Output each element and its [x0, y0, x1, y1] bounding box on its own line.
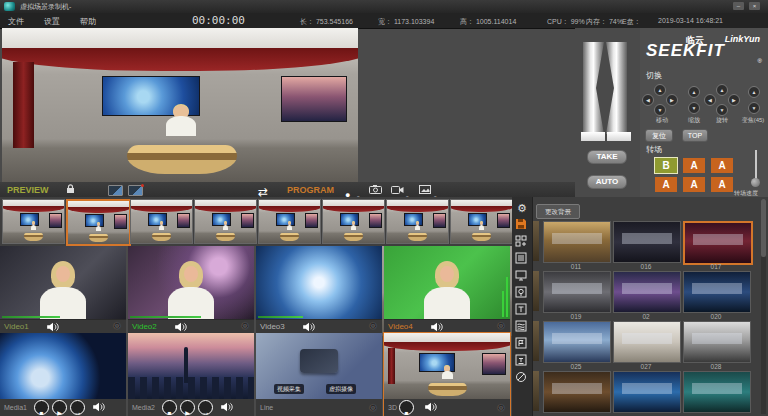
menu-help[interactable]: 帮助: [80, 16, 96, 27]
snapshot-camera-icon[interactable]: [369, 185, 382, 194]
preview-monitor[interactable]: [2, 28, 358, 182]
media2-thumbnail[interactable]: [128, 333, 254, 399]
video3-panel[interactable]: Video3: [256, 246, 382, 333]
virtual-camera-badge[interactable]: 虚拟摄像: [326, 384, 356, 394]
gear-icon[interactable]: [369, 321, 377, 331]
rotate-down-button[interactable]: ▼: [716, 104, 728, 116]
media1-stop-button[interactable]: [34, 400, 49, 415]
media1-panel[interactable]: Media1: [0, 333, 126, 416]
speaker-icon[interactable]: [302, 322, 316, 332]
transition-tile-b[interactable]: B: [655, 158, 677, 173]
gear-icon[interactable]: [497, 403, 505, 413]
angle-thumb-6[interactable]: [322, 199, 385, 244]
scene3d-panel[interactable]: 3D: [384, 333, 510, 416]
settings-gear-icon[interactable]: ⚙: [515, 201, 529, 215]
save-icon[interactable]: [515, 218, 529, 232]
scene-thumb-011[interactable]: [543, 221, 611, 263]
tbar-fader-right[interactable]: [606, 42, 627, 134]
scene-thumb-016[interactable]: [613, 221, 681, 263]
change-background-button[interactable]: 更改背景: [536, 204, 580, 219]
transition-tile-a3[interactable]: A: [655, 177, 677, 192]
transition-tile-a4[interactable]: A: [683, 177, 705, 192]
auto-button[interactable]: AUTO: [587, 175, 627, 189]
transition-tile-a1[interactable]: A: [683, 158, 705, 173]
media2-next-button[interactable]: [198, 400, 213, 415]
move-up-button[interactable]: ▲: [654, 84, 666, 96]
add-grid-icon[interactable]: [515, 235, 529, 249]
camcorder-icon[interactable]: [391, 186, 404, 194]
list-icon[interactable]: [515, 252, 529, 266]
scene-thumb-027[interactable]: [613, 321, 681, 363]
menu-file[interactable]: 文件: [8, 16, 24, 27]
scene-thumb-020[interactable]: [683, 271, 751, 313]
gear-icon[interactable]: [241, 321, 249, 331]
speaker-icon[interactable]: [92, 402, 106, 412]
video1-panel[interactable]: Video1: [0, 246, 126, 333]
brush-icon[interactable]: [515, 371, 529, 385]
move-left-button[interactable]: ◀: [642, 94, 654, 106]
transition-tile-a2[interactable]: A: [711, 158, 733, 173]
move-right-button[interactable]: ▶: [666, 94, 678, 106]
scene-scrollbar-thumb[interactable]: [761, 199, 766, 257]
scene-thumb-r4a[interactable]: [543, 371, 611, 413]
scene-thumb-019[interactable]: [543, 271, 611, 313]
speaker-icon[interactable]: [424, 402, 438, 412]
top-button[interactable]: TOP: [682, 129, 708, 142]
take-button[interactable]: TAKE: [587, 150, 627, 164]
video2-panel[interactable]: Video2: [128, 246, 254, 333]
speaker-icon[interactable]: [430, 322, 444, 332]
rotate-right-button[interactable]: ▶: [728, 94, 740, 106]
image-output-icon[interactable]: [419, 185, 431, 194]
angle-thumb-7[interactable]: [386, 199, 449, 244]
media1-next-button[interactable]: [70, 400, 85, 415]
video4-thumbnail[interactable]: [384, 246, 510, 319]
angle-thumb-1[interactable]: [2, 199, 65, 244]
subtitle-text-icon[interactable]: [515, 354, 529, 368]
line-thumbnail[interactable]: 视频采集 虚拟摄像: [256, 333, 382, 399]
angle-thumb-2-selected[interactable]: [66, 199, 131, 246]
scene-a-icon[interactable]: [108, 185, 123, 196]
light-icon[interactable]: [515, 286, 529, 300]
angle-thumb-3[interactable]: [130, 199, 193, 244]
speaker-icon[interactable]: [174, 322, 188, 332]
tbar-handle-right[interactable]: [607, 132, 631, 141]
move-down-button[interactable]: ▼: [654, 104, 666, 116]
gear-icon[interactable]: [497, 321, 505, 331]
angle-thumb-5[interactable]: [258, 199, 321, 244]
scene-thumb-028[interactable]: [683, 321, 751, 363]
gear-icon[interactable]: [113, 321, 121, 331]
rotate-left-button[interactable]: ◀: [704, 94, 716, 106]
video4-panel[interactable]: Video4: [384, 246, 510, 333]
media1-play-button[interactable]: [52, 400, 67, 415]
scene3d-stop-button[interactable]: [399, 400, 414, 415]
scene-thumb-025[interactable]: [543, 321, 611, 363]
reset-button[interactable]: 复位: [645, 129, 673, 142]
zoom-out-button[interactable]: ▼: [748, 102, 760, 114]
video3-thumbnail[interactable]: [256, 246, 382, 319]
scene-thumb-r4c[interactable]: [683, 371, 751, 413]
close-button[interactable]: ×: [749, 2, 760, 10]
speaker-icon[interactable]: [46, 322, 60, 332]
scene-b-icon[interactable]: [128, 185, 143, 196]
scene-thumb-r4b[interactable]: [613, 371, 681, 413]
transition-speed-knob[interactable]: [751, 178, 760, 187]
scale-up-button[interactable]: ▲: [688, 86, 700, 98]
angle-thumb-8[interactable]: [450, 199, 513, 244]
video1-thumbnail[interactable]: [0, 246, 126, 319]
tbar-handle-left[interactable]: [581, 132, 605, 141]
title-text-icon[interactable]: [515, 303, 529, 317]
line-panel[interactable]: 视频采集 虚拟摄像 Line: [256, 333, 382, 416]
media2-stop-button[interactable]: [162, 400, 177, 415]
scene-scrollbar[interactable]: [761, 199, 766, 414]
tbar-fader-left[interactable]: [583, 42, 604, 134]
transition-tile-a5[interactable]: A: [711, 177, 733, 192]
scene3d-thumbnail[interactable]: [384, 333, 510, 399]
scene-thumb-017-selected[interactable]: [683, 221, 753, 265]
layers-icon[interactable]: [515, 320, 529, 334]
flag-icon[interactable]: [515, 337, 529, 351]
zoom-in-button[interactable]: ▲: [748, 86, 760, 98]
scale-down-button[interactable]: ▼: [688, 102, 700, 114]
gear-icon[interactable]: [369, 403, 377, 413]
video2-thumbnail[interactable]: [128, 246, 254, 319]
monitor-icon[interactable]: [515, 269, 529, 283]
